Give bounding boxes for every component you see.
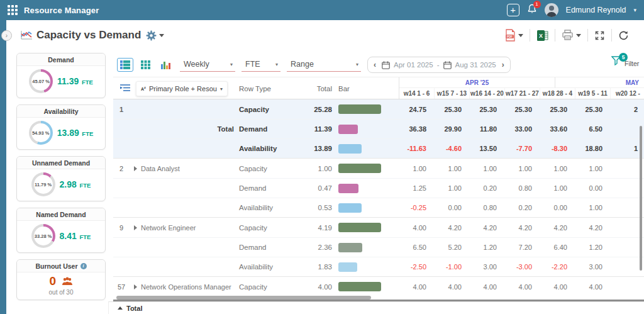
group-by-select[interactable]: Az Primary Role + Resource... ▾	[136, 81, 228, 96]
week-value: 1.20	[470, 244, 505, 251]
export-pdf-button[interactable]: PDF	[498, 29, 530, 42]
total-bar-cell	[332, 282, 399, 291]
expand-group-arrow[interactable]	[130, 284, 141, 289]
week-column-label: w16 14 - 20	[470, 88, 505, 99]
bar-chart-view-icon	[161, 60, 170, 69]
percent-value: 33.28 %	[31, 224, 55, 248]
fte-value: 2.98 FTE	[60, 179, 91, 190]
total-value: 4.00	[294, 283, 332, 291]
expand-collapse-all-button[interactable]	[119, 83, 131, 94]
total-footer[interactable]: Total	[108, 301, 644, 314]
expand-rows-icon	[119, 84, 131, 92]
user-name[interactable]: Edmund Reynold	[566, 6, 626, 14]
total-bar-cell	[332, 164, 399, 173]
print-button[interactable]	[555, 30, 587, 41]
row-type-label: Demand	[239, 184, 294, 192]
grid-view-button[interactable]	[137, 58, 153, 72]
total-bar	[338, 164, 381, 173]
filter-count-badge: 5	[619, 53, 628, 62]
prev-period-button[interactable]: ‹	[372, 60, 378, 69]
week-value: 3.00	[470, 263, 505, 271]
week-value: 7.20	[505, 244, 540, 251]
metric-card: Availability 54.93 % 13.89 FTE	[16, 104, 106, 150]
burnout-card-title: Burnout User	[35, 262, 77, 270]
next-period-button[interactable]: ›	[500, 60, 506, 69]
table-row: Demand0.471.251.000.200.801.000.00	[113, 178, 644, 198]
date-to[interactable]: Aug 31 2025	[455, 61, 496, 69]
expand-panel-button[interactable]: ›	[1, 30, 12, 41]
week-values: 4.004.204.204.204.204.20	[399, 224, 644, 232]
total-bar	[338, 282, 381, 291]
week-labels: w14 1 - 6w15 7 - 13w16 14 - 20w17 21 - 2…	[399, 88, 644, 99]
week-value: -7.70	[505, 145, 540, 152]
week-value: 13.50	[470, 145, 505, 152]
fte-value: 13.89 FTE	[57, 127, 94, 138]
expand-group-arrow[interactable]	[130, 225, 141, 230]
date-from[interactable]: Apr 01 2025	[394, 61, 433, 69]
week-value: -4.60	[435, 145, 470, 152]
week-value: 4.20	[435, 224, 470, 232]
week-value: 4.20	[575, 224, 611, 232]
app-grid-icon[interactable]	[8, 5, 18, 15]
metric-card-title: Demand	[17, 53, 105, 66]
filter-button[interactable]: 5 Filter	[609, 54, 638, 73]
collapse-total-icon[interactable]	[118, 306, 123, 310]
total-value: 2.36	[294, 244, 332, 251]
week-values: 1.001.001.001.001.001.00	[399, 165, 644, 172]
donut-gauge: 11.79 %	[31, 172, 55, 196]
week-value: 4.20	[540, 224, 575, 232]
printer-icon	[562, 30, 574, 41]
total-value: 13.89	[294, 145, 332, 152]
week-value: 1.00	[470, 165, 505, 172]
expand-group-arrow[interactable]	[130, 166, 141, 171]
chart-view-button[interactable]	[157, 58, 174, 72]
week-value: 36.38	[399, 125, 435, 133]
info-icon[interactable]: i	[80, 263, 87, 269]
fte-value: 8.41 FTE	[60, 230, 91, 242]
group-number: 57	[113, 283, 130, 291]
fullscreen-button[interactable]	[588, 30, 611, 41]
app-title: Resource Manager	[24, 6, 99, 15]
grid-list-view-button[interactable]	[117, 58, 133, 72]
main-panel: Weekly▾ FTE▾ Range▾ ‹ Apr 01 2025 - Aug …	[113, 53, 644, 314]
resource-group: 9Network EngineerCapacity4.194.004.204.2…	[113, 217, 644, 276]
metric-card-title: Unnamed Demand	[17, 157, 105, 169]
row-type-label: Demand	[239, 125, 294, 133]
notifications-button[interactable]: 1	[527, 4, 537, 17]
date-range-picker: ‹ Apr 01 2025 - Aug 31 2025 ›	[367, 57, 511, 73]
week-value: 25.30	[540, 106, 575, 113]
week-value: 4.00	[470, 283, 505, 291]
week-value: 6.50	[399, 244, 435, 251]
metric-card: Named Demand 33.28 % 8.41 FTE	[16, 208, 106, 253]
week-value: 1.00	[540, 165, 575, 172]
resource-group: 1Capacity25.2824.7525.3025.3025.3025.302…	[113, 99, 644, 158]
burnout-subtext: out of 30	[17, 289, 105, 296]
avatar[interactable]	[545, 3, 558, 17]
table-row: 2Data AnalystCapacity1.001.001.001.001.0…	[113, 159, 644, 178]
unit-chevron-icon: ▾	[275, 62, 278, 67]
user-menu-chevron-icon[interactable]: ▾	[633, 7, 636, 13]
excel-export-icon: X	[536, 30, 548, 42]
period-select[interactable]: Weekly▾	[180, 58, 235, 72]
range-select[interactable]: Range▾	[287, 58, 361, 72]
refresh-button[interactable]	[612, 30, 635, 41]
week-value: 0.00	[435, 204, 470, 211]
metric-card: Demand 45.07 % 11.39 FTE	[16, 53, 106, 98]
add-new-button[interactable]: +	[507, 4, 519, 16]
row-type-label: Availability	[239, 204, 294, 211]
vertical-scrollbar[interactable]	[640, 126, 642, 271]
week-value: 25.30	[470, 106, 505, 113]
unit-select[interactable]: FTE▾	[242, 58, 280, 72]
total-bar-cell	[332, 144, 399, 154]
export-excel-button[interactable]: X	[530, 30, 555, 42]
total-value: 1.00	[294, 165, 332, 172]
calendar-icon	[443, 61, 452, 69]
col-header-row-type: Row Type	[239, 85, 271, 93]
table-row: 9Network EngineerCapacity4.194.004.204.2…	[113, 218, 644, 237]
week-value: 4.00	[540, 283, 575, 291]
week-value: 1.00	[435, 184, 470, 192]
total-value: 25.28	[294, 106, 332, 113]
capacity-chart-icon	[20, 30, 33, 40]
week-value: 25.30	[435, 106, 470, 113]
view-settings-button[interactable]	[146, 30, 164, 41]
